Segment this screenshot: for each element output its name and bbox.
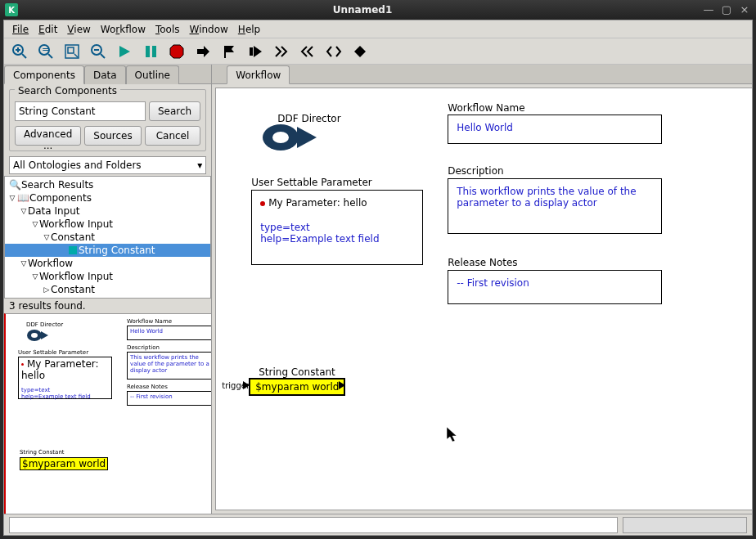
tree-node-string-constant[interactable]: String Constant	[5, 244, 210, 257]
actor-value: $myparam world	[255, 381, 339, 393]
tree-node-workflow[interactable]: ▽Workflow	[5, 257, 210, 270]
svg-marker-17	[197, 46, 209, 57]
wfname-label: Workflow Name	[448, 102, 524, 114]
usp-param: My Parameter: hello	[260, 197, 414, 209]
svg-rect-8	[68, 47, 74, 53]
mini-desc-label: Description	[127, 345, 160, 352]
tree-node-workflow-input[interactable]: ▽Workflow Input	[5, 218, 210, 231]
collapse-icon[interactable]: ▽	[31, 220, 39, 228]
menu-tools[interactable]: Tools	[151, 22, 185, 37]
double-right-icon[interactable]	[272, 43, 290, 61]
ontology-select[interactable]: All Ontologies and Folders ▾	[9, 156, 206, 174]
svg-text:=: =	[42, 43, 50, 55]
red-dot-icon	[260, 201, 265, 206]
sources-button[interactable]: Sources	[84, 126, 141, 146]
window-title: Unnamed1	[23, 4, 702, 16]
expand-icon[interactable]: ▷	[43, 285, 51, 294]
menu-workflow[interactable]: Workflow	[96, 22, 151, 37]
collapse-icon[interactable]: ▽	[8, 194, 16, 202]
mini-wfname-label: Workflow Name	[127, 319, 172, 326]
collapse-icon[interactable]: ▽	[43, 233, 51, 241]
tree-node-constant[interactable]: ▽Constant	[5, 231, 210, 244]
collapse-icon[interactable]: ▽	[20, 259, 28, 267]
menubar: File Edit View Workflow Tools Window Hel…	[4, 20, 752, 38]
pause-icon[interactable]	[142, 43, 160, 61]
workflow-canvas[interactable]: DDF Director User Settable Parameter My …	[216, 88, 752, 510]
usp-help: help=Example text field	[260, 233, 414, 245]
cancel-button[interactable]: Cancel	[145, 126, 200, 146]
svg-point-27	[272, 132, 289, 143]
double-both-icon[interactable]	[325, 43, 343, 61]
right-tabs: Workflow	[212, 65, 752, 84]
ontology-select-label: All Ontologies and Folders	[13, 159, 142, 171]
cursor-icon	[447, 427, 460, 447]
thumbnail-panel[interactable]: DDF Director User Settable Parameter My …	[4, 313, 211, 514]
svg-rect-18	[224, 46, 226, 58]
status-input[interactable]	[9, 517, 618, 533]
usp-box[interactable]: My Parameter: hello type=text help=Examp…	[251, 190, 423, 265]
results-count: 3 results found.	[4, 299, 211, 313]
book-icon: 📖	[18, 193, 28, 203]
maximize-button[interactable]: ▢	[720, 4, 733, 16]
zoom-box-icon[interactable]	[63, 43, 81, 61]
svg-marker-19	[226, 46, 234, 52]
mini-desc-box: This workflow prints the value of the pa…	[127, 352, 211, 380]
menu-file[interactable]: File	[7, 22, 34, 37]
search-group-label: Search Components	[15, 85, 120, 97]
output-port-icon[interactable]	[339, 381, 345, 389]
tree-node-components[interactable]: ▽📖Components	[5, 191, 210, 204]
tab-workflow-canvas[interactable]: Workflow	[227, 65, 290, 84]
tab-components[interactable]: Components	[4, 65, 84, 84]
wfname-value: Hello World	[457, 122, 653, 133]
advanced-button[interactable]: Advanced ...	[15, 126, 81, 146]
zoom-in-icon[interactable]	[11, 43, 29, 61]
arrow-right-icon[interactable]	[194, 43, 212, 61]
left-tabs: Components Data Outline	[4, 65, 211, 84]
minimize-button[interactable]: —	[702, 4, 715, 16]
canvas-scroll[interactable]: DDF Director User Settable Parameter My …	[215, 88, 752, 510]
tab-outline[interactable]: Outline	[126, 65, 179, 84]
tab-data[interactable]: Data	[84, 65, 126, 84]
tree-node-search-results[interactable]: 🔍Search Results	[5, 178, 210, 191]
tree-view[interactable]: 🔍Search Results ▽📖Components ▽Data Input…	[4, 176, 211, 299]
tree-node-data-input[interactable]: ▽Data Input	[5, 204, 210, 218]
menu-window[interactable]: Window	[185, 22, 233, 37]
director-icon[interactable]	[261, 123, 318, 152]
diamond-icon[interactable]	[351, 43, 369, 61]
tree-node-workflow-input-2[interactable]: ▽Workflow Input	[5, 270, 210, 283]
desc-box[interactable]: This workflow prints the value of the pa…	[448, 178, 662, 234]
double-left-icon[interactable]	[299, 43, 317, 61]
play-icon[interactable]	[115, 43, 133, 61]
menu-help[interactable]: Help	[233, 22, 265, 37]
close-button[interactable]: ×	[738, 4, 751, 16]
svg-marker-28	[297, 127, 317, 148]
toolbar: =	[4, 38, 752, 65]
svg-marker-25	[41, 331, 48, 339]
search-button[interactable]: Search	[149, 101, 200, 121]
svg-marker-21	[254, 46, 262, 57]
step-icon[interactable]	[246, 43, 264, 61]
chevron-down-icon: ▾	[197, 159, 202, 171]
release-box[interactable]: -- First revision	[448, 270, 662, 304]
svg-line-1	[22, 54, 26, 58]
actor-label: String Constant	[259, 366, 335, 378]
release-label: Release Notes	[448, 257, 517, 268]
zoom-fit-icon[interactable]: =	[37, 43, 55, 61]
menu-view[interactable]: View	[62, 22, 95, 37]
mini-actor-box: $myparam world	[20, 457, 108, 470]
collapse-icon[interactable]: ▽	[20, 207, 28, 215]
svg-marker-22	[354, 46, 366, 57]
tree-node-constant-2[interactable]: ▷Constant	[5, 283, 210, 296]
wfname-box[interactable]: Hello World	[448, 115, 662, 144]
titlebar: K Unnamed1 — ▢ ×	[0, 0, 756, 20]
svg-line-11	[101, 54, 105, 58]
collapse-icon[interactable]: ▽	[31, 272, 39, 281]
svg-marker-29	[447, 427, 457, 442]
flag-icon[interactable]	[220, 43, 238, 61]
zoom-out-icon[interactable]	[89, 43, 107, 61]
svg-line-9	[74, 54, 78, 57]
string-constant-actor[interactable]: $myparam world	[249, 378, 345, 396]
stop-icon[interactable]	[168, 43, 186, 61]
menu-edit[interactable]: Edit	[34, 22, 62, 37]
search-input[interactable]	[15, 101, 146, 121]
